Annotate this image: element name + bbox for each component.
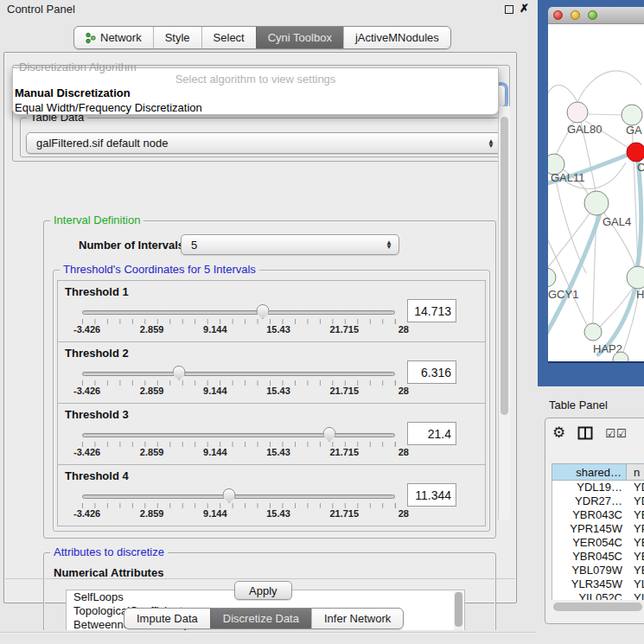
close-traffic-light-icon[interactable] xyxy=(553,10,563,20)
tick-label: 9.144 xyxy=(203,386,227,396)
table-panel: ⚙ ☑☑ shared… n YDL19…YDL1YDR27…YDR2YBR04… xyxy=(545,418,644,624)
threshold-panel: Threshold 3 -3.4262.8599.14415.4321.7152… xyxy=(57,403,486,465)
slider-track[interactable] xyxy=(82,372,395,376)
threshold-slider[interactable] xyxy=(82,432,395,439)
network-graph[interactable]: GAL80GACGAL11GAL4GCY1HHAP2 xyxy=(548,24,644,361)
float-window-icon[interactable] xyxy=(505,5,513,14)
tick-label: 28 xyxy=(399,386,409,396)
threshold-value-field[interactable]: 14.713 xyxy=(407,299,456,322)
checkbox-icons[interactable]: ☑☑ xyxy=(605,427,627,440)
tick-label: 15.43 xyxy=(266,447,290,457)
slider-track[interactable] xyxy=(82,433,395,437)
divider xyxy=(0,633,536,634)
apply-button[interactable]: Apply xyxy=(234,581,292,600)
network-icon xyxy=(86,32,96,44)
number-of-intervals-combobox[interactable]: 5 ▲▼ xyxy=(181,234,399,255)
tab-label: Style xyxy=(165,31,190,44)
threshold-panel: Threshold 2 -3.4262.8599.14415.4321.7152… xyxy=(57,341,486,404)
slider-track[interactable] xyxy=(82,494,395,499)
table-row[interactable]: YBR043CYBR0 xyxy=(552,508,644,522)
table-row[interactable]: YER054CYER0 xyxy=(552,536,644,550)
cyni-toolbox-panel: ▲▼ Table Data galFiltered.sif default no… xyxy=(3,52,517,603)
panel-scrollbar[interactable] xyxy=(498,106,510,520)
node-label: GAL11 xyxy=(551,171,585,184)
tab-style[interactable]: Style xyxy=(153,27,201,48)
tab-cyni-toolbox[interactable]: Cyni Toolbox xyxy=(256,27,343,48)
slider-thumb[interactable] xyxy=(173,366,186,380)
table-row[interactable]: YIL052CYIL0 xyxy=(552,591,644,600)
node-label: GCY1 xyxy=(548,288,578,301)
cell-name: YBR0 xyxy=(627,508,644,522)
table-row[interactable]: YBR045CYBR0 xyxy=(552,550,644,564)
window-frame-edge xyxy=(548,361,644,363)
network-window-titlebar[interactable] xyxy=(548,7,644,24)
network-view-canvas[interactable]: GAL80GACGAL11GAL4GCY1HHAP2 xyxy=(548,24,644,361)
slider-tick-labels: -3.4262.8599.14415.4321.71528 xyxy=(73,508,409,519)
slider-thumb[interactable] xyxy=(256,304,269,319)
threshold-label: Threshold 3 xyxy=(65,408,129,421)
divider xyxy=(5,578,515,579)
split-columns-icon[interactable] xyxy=(577,426,593,440)
slider-thumb[interactable] xyxy=(223,488,236,503)
threshold-slider[interactable] xyxy=(82,494,395,501)
cell-name: YER0 xyxy=(627,536,644,550)
threshold-value-field[interactable]: 11.344 xyxy=(407,483,456,507)
tick-label: 21.715 xyxy=(329,386,359,396)
table-row[interactable]: YPR145WYPR1 xyxy=(552,522,644,536)
thresholds-group: Threshold's Coordinates for 5 Intervals … xyxy=(53,270,490,532)
algorithm-prompt-item: Select algorithm to view settings xyxy=(13,73,498,86)
tab-select[interactable]: Select xyxy=(201,27,256,48)
table-rows: YDL19…YDL1YDR27…YDR2YBR043CYBR0YPR145WYP… xyxy=(552,481,644,600)
table-row[interactable]: YDR27…YDR2 xyxy=(552,494,644,508)
threshold-slider[interactable] xyxy=(82,371,395,378)
tick-label: 9.144 xyxy=(203,508,227,519)
cell-name: YIL0 xyxy=(627,591,644,600)
gear-icon[interactable]: ⚙ xyxy=(552,425,565,441)
tick-label: 28 xyxy=(399,447,409,457)
tick-label: 28 xyxy=(399,508,409,519)
tab-discretize-data[interactable]: Discretize Data xyxy=(210,609,311,628)
algorithm-dropdown-popup: Select algorithm to view settings Manual… xyxy=(12,67,499,115)
algorithm-item-manual[interactable]: Manual Discretization xyxy=(15,86,131,99)
cell-shared-name: YLR345W xyxy=(552,577,627,591)
network-node-ga[interactable] xyxy=(622,105,642,125)
slider-thumb[interactable] xyxy=(322,427,335,442)
table-row[interactable]: YLR345WYLR3 xyxy=(552,577,644,591)
algorithm-item-equal-width[interactable]: Equal Width/Frequency Discretization xyxy=(15,101,202,114)
cell-shared-name: YBR043C xyxy=(552,508,627,522)
column-header-name[interactable]: n xyxy=(627,464,644,480)
tab-network[interactable]: Network xyxy=(74,27,153,48)
table-data-combobox[interactable]: galFiltered.sif default node ▲▼ xyxy=(26,132,501,154)
tick-label: -3.426 xyxy=(73,324,100,335)
tab-label: Select xyxy=(214,31,245,44)
threshold-value-field[interactable]: 21.4 xyxy=(407,422,456,445)
network-node-gcy1[interactable] xyxy=(548,268,556,287)
table-row[interactable]: YBL079WYBL0 xyxy=(552,564,644,577)
threshold-slider[interactable] xyxy=(82,309,395,316)
close-icon[interactable]: ✗ xyxy=(520,2,529,15)
column-header-shared[interactable]: shared… xyxy=(552,464,627,480)
control-panel-titlebar: Control Panel ✗ xyxy=(0,0,536,19)
slider-track[interactable] xyxy=(82,310,395,315)
tab-impute-data[interactable]: Impute Data xyxy=(124,609,210,628)
network-node-c[interactable] xyxy=(627,143,644,162)
slider-tick-labels: -3.4262.8599.14415.4321.71528 xyxy=(73,324,409,335)
zoom-traffic-light-icon[interactable] xyxy=(588,10,597,20)
attributes-list-scrollbar[interactable] xyxy=(454,591,463,630)
threshold-value-field[interactable]: 6.316 xyxy=(407,360,456,384)
cell-name: YBL0 xyxy=(627,564,644,577)
network-node-hap2[interactable] xyxy=(584,323,602,341)
tick-label: 2.859 xyxy=(140,447,164,457)
network-node-gal4[interactable] xyxy=(584,191,609,215)
network-node-gal80[interactable] xyxy=(567,102,588,123)
network-node-h[interactable] xyxy=(627,266,644,289)
minimize-traffic-light-icon[interactable] xyxy=(571,10,580,20)
tab-infer-network[interactable]: Infer Network xyxy=(311,609,403,628)
threshold-label: Threshold 1 xyxy=(65,285,129,298)
tab-jactivemnodules[interactable]: jActiveMNodules xyxy=(343,27,450,48)
tab-label: jActiveMNodules xyxy=(355,31,439,44)
table-panel-title: Table Panel xyxy=(549,399,608,411)
table-row[interactable]: YDL19…YDL1 xyxy=(552,481,644,494)
table-hscrollbar[interactable] xyxy=(552,602,644,612)
threshold-label: Threshold 4 xyxy=(65,469,129,482)
